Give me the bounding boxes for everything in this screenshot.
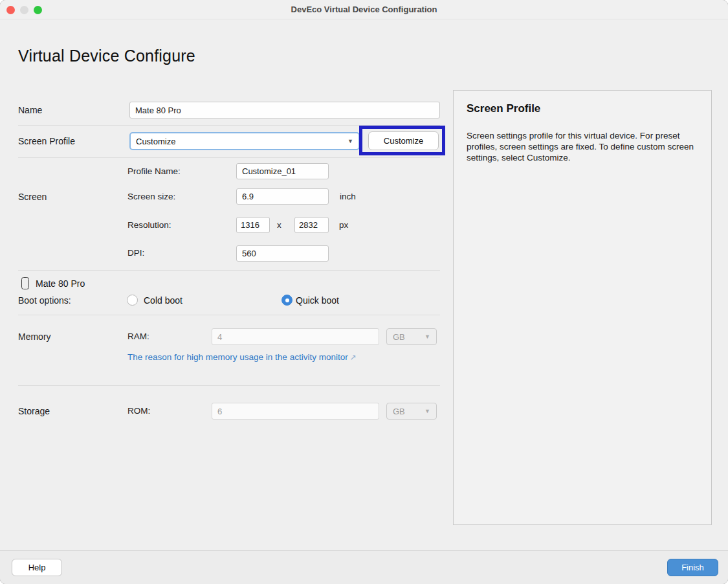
profile-name-label: Profile Name: bbox=[127, 166, 181, 177]
cold-boot-radio[interactable] bbox=[127, 295, 138, 306]
rom-unit-select: GB ▼ bbox=[386, 403, 437, 420]
dpi-input[interactable] bbox=[236, 245, 329, 262]
customize-button-label: Customize bbox=[384, 136, 423, 146]
rom-label: ROM: bbox=[127, 406, 150, 416]
memory-usage-link[interactable]: The reason for high memory usage in the … bbox=[127, 352, 357, 362]
boot-options-label: Boot options: bbox=[18, 295, 71, 306]
rom-input bbox=[212, 403, 379, 420]
customize-button[interactable]: Customize bbox=[368, 131, 439, 150]
dpi-label: DPI: bbox=[127, 248, 144, 258]
finish-button-label: Finish bbox=[681, 563, 704, 572]
page-title: Virtual Device Configure bbox=[18, 47, 195, 65]
dialog-window: DevEco Virtual Device Configuration Virt… bbox=[0, 0, 728, 584]
ram-label: RAM: bbox=[127, 331, 149, 342]
screen-size-input[interactable] bbox=[236, 188, 329, 205]
finish-button[interactable]: Finish bbox=[667, 559, 718, 576]
device-name-input[interactable] bbox=[129, 102, 440, 118]
chevron-down-icon: ▼ bbox=[425, 333, 430, 340]
resolution-width-input[interactable] bbox=[236, 217, 270, 233]
help-side-panel: Screen Profile Screen settings profile f… bbox=[453, 90, 712, 525]
side-panel-description: Screen settings profile for this virtual… bbox=[467, 131, 701, 163]
external-link-icon: ↗ bbox=[350, 353, 357, 362]
resolution-unit: px bbox=[339, 220, 348, 230]
resolution-height-input[interactable] bbox=[294, 217, 329, 233]
ram-unit-value: GB bbox=[393, 332, 405, 342]
resolution-label: Resolution: bbox=[127, 220, 171, 230]
quick-boot-radio-label[interactable]: Quick boot bbox=[296, 295, 339, 306]
screen-section-label: Screen bbox=[18, 192, 47, 202]
help-button-label: Help bbox=[28, 563, 46, 572]
title-bar: DevEco Virtual Device Configuration bbox=[0, 0, 728, 19]
ram-unit-select: GB ▼ bbox=[386, 328, 437, 345]
smartphone-icon bbox=[21, 277, 29, 289]
device-name-text: Mate 80 Pro bbox=[36, 278, 85, 289]
screen-size-label: Screen size: bbox=[127, 192, 175, 202]
profile-name-input[interactable] bbox=[236, 163, 329, 179]
rom-unit-value: GB bbox=[393, 407, 405, 416]
chevron-down-icon: ▼ bbox=[347, 138, 353, 144]
quick-boot-radio[interactable] bbox=[281, 295, 292, 306]
memory-usage-link-text: The reason for high memory usage in the … bbox=[127, 352, 348, 362]
ram-input bbox=[212, 328, 379, 345]
window-title: DevEco Virtual Device Configuration bbox=[0, 5, 728, 14]
side-panel-title: Screen Profile bbox=[467, 102, 540, 115]
screen-size-unit: inch bbox=[340, 192, 356, 202]
storage-section-label: Storage bbox=[18, 406, 50, 416]
chevron-down-icon: ▼ bbox=[425, 408, 430, 414]
divider bbox=[18, 157, 440, 158]
cold-boot-radio-label[interactable]: Cold boot bbox=[144, 295, 182, 306]
footer-bar bbox=[0, 551, 728, 584]
name-label: Name bbox=[18, 105, 42, 115]
divider bbox=[18, 385, 440, 386]
screen-profile-label: Screen Profile bbox=[18, 136, 75, 146]
help-button[interactable]: Help bbox=[12, 559, 62, 576]
screen-profile-select[interactable]: Customize ▼ bbox=[129, 132, 360, 150]
screen-profile-selected-value: Customize bbox=[136, 137, 175, 146]
divider bbox=[18, 270, 440, 271]
resolution-separator: x bbox=[277, 220, 281, 230]
divider bbox=[18, 315, 440, 315]
memory-section-label: Memory bbox=[18, 331, 51, 342]
